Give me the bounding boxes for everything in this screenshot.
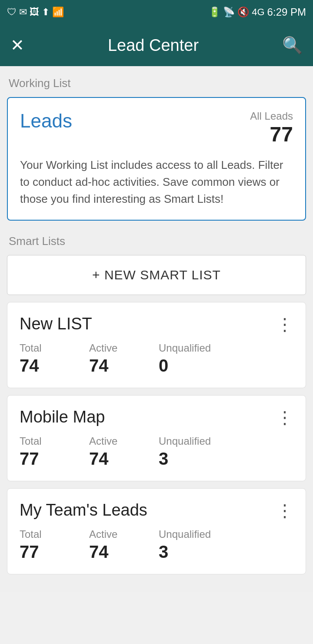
more-options-icon-0[interactable]: ⋮	[276, 315, 293, 333]
all-leads-count: 77	[250, 122, 293, 146]
stat-total-1: Total 77	[20, 435, 89, 469]
stat-total-value-2: 77	[20, 542, 89, 562]
search-button[interactable]: 🔍	[282, 36, 303, 55]
all-leads-label: All Leads	[250, 110, 293, 122]
more-options-icon-1[interactable]: ⋮	[276, 409, 293, 426]
status-bar-left-icons: 🛡 ✉ 🖼 ⬆ 📶	[7, 7, 64, 18]
stat-unqualified-1: Unqualified 3	[159, 435, 228, 469]
stat-total-2: Total 77	[20, 528, 89, 562]
upload-icon: ⬆	[42, 7, 50, 18]
stat-total-label-0: Total	[20, 342, 89, 354]
stat-active-value-1: 74	[89, 449, 159, 469]
smart-list-name-2: My Team's Leads	[20, 501, 147, 520]
stat-active-value-2: 74	[89, 542, 159, 562]
smart-list-stats-1: Total 77 Active 74 Unqualified 3	[20, 435, 293, 469]
status-bar: 🛡 ✉ 🖼 ⬆ 📶 🔋 📡 🔇 4G 6:29 PM	[0, 0, 313, 24]
smart-list-card-0-header: New LIST ⋮	[20, 315, 293, 333]
stat-total-label-1: Total	[20, 435, 89, 447]
stat-total-value-1: 77	[20, 449, 89, 469]
mute-icon: 🔇	[237, 7, 249, 18]
stat-unqualified-label-0: Unqualified	[159, 342, 228, 354]
stat-unqualified-value-0: 0	[159, 356, 228, 376]
stat-active-label-1: Active	[89, 435, 159, 447]
page-title: Lead Center	[108, 36, 199, 55]
app-bar: ✕ Lead Center 🔍	[0, 24, 313, 66]
wifi-icon: 📶	[52, 7, 64, 18]
stat-unqualified-0: Unqualified 0	[159, 342, 228, 376]
stat-unqualified-2: Unqualified 3	[159, 528, 228, 562]
smart-lists-section: Smart Lists + NEW SMART LIST New LIST ⋮ …	[7, 235, 306, 574]
smart-list-card-2[interactable]: My Team's Leads ⋮ Total 77 Active 74 Unq…	[7, 488, 306, 574]
more-options-icon-2[interactable]: ⋮	[276, 502, 293, 519]
smart-list-name-0: New LIST	[20, 315, 92, 333]
image-icon: 🖼	[30, 7, 39, 18]
stat-unqualified-value-2: 3	[159, 542, 228, 562]
status-time: 6:29 PM	[267, 6, 306, 18]
shield-icon: 🛡	[7, 7, 17, 18]
stat-total-0: Total 74	[20, 342, 89, 376]
stat-active-0: Active 74	[89, 342, 159, 376]
mail-icon: ✉	[19, 7, 27, 18]
stat-unqualified-label-2: Unqualified	[159, 528, 228, 540]
stat-unqualified-value-1: 3	[159, 449, 228, 469]
all-leads-block: All Leads 77	[250, 110, 293, 146]
stat-total-value-0: 74	[20, 356, 89, 376]
working-list-header: Leads All Leads 77	[20, 110, 293, 146]
smart-list-name-1: Mobile Map	[20, 408, 105, 426]
stat-active-label-0: Active	[89, 342, 159, 354]
signal-icon: 📡	[223, 7, 235, 18]
smart-list-card-0[interactable]: New LIST ⋮ Total 74 Active 74 Unqualifie…	[7, 302, 306, 388]
smart-list-card-1-header: Mobile Map ⋮	[20, 408, 293, 426]
smart-list-card-2-header: My Team's Leads ⋮	[20, 501, 293, 520]
stat-unqualified-label-1: Unqualified	[159, 435, 228, 447]
stat-active-label-2: Active	[89, 528, 159, 540]
working-list-description: Your Working List includes access to all…	[20, 157, 293, 208]
stat-active-1: Active 74	[89, 435, 159, 469]
stat-total-label-2: Total	[20, 528, 89, 540]
smart-list-stats-2: Total 77 Active 74 Unqualified 3	[20, 528, 293, 562]
stat-active-2: Active 74	[89, 528, 159, 562]
network-icon: 4G	[252, 7, 264, 18]
new-smart-list-button[interactable]: + NEW SMART LIST	[7, 255, 306, 295]
status-bar-right-icons: 🔋 📡 🔇 4G 6:29 PM	[209, 6, 306, 18]
smart-lists-section-label: Smart Lists	[7, 235, 306, 248]
battery-icon: 🔋	[209, 7, 220, 18]
leads-title: Leads	[20, 110, 72, 132]
working-list-card[interactable]: Leads All Leads 77 Your Working List inc…	[7, 97, 306, 221]
working-list-section-label: Working List	[7, 77, 306, 90]
stat-active-value-0: 74	[89, 356, 159, 376]
smart-list-stats-0: Total 74 Active 74 Unqualified 0	[20, 342, 293, 376]
close-button[interactable]: ✕	[10, 36, 24, 55]
content-area: Working List Leads All Leads 77 Your Wor…	[0, 66, 313, 592]
smart-list-card-1[interactable]: Mobile Map ⋮ Total 77 Active 74 Unqualif…	[7, 395, 306, 481]
